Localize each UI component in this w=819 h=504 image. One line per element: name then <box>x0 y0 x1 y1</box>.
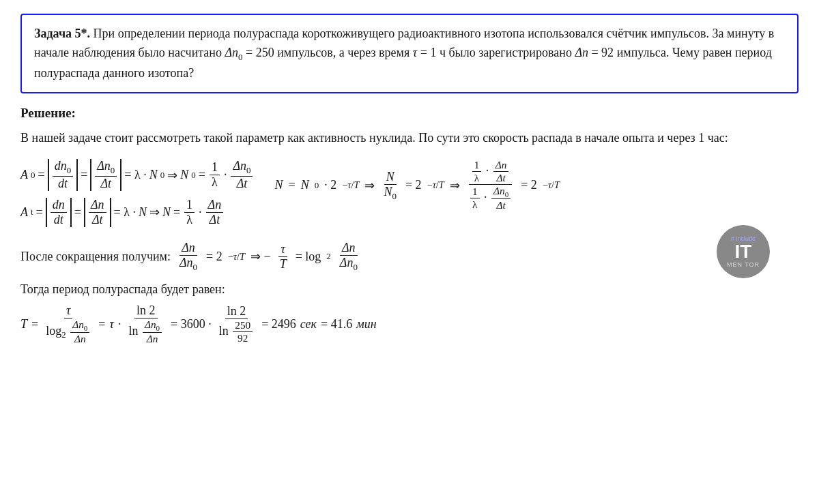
two-column-formulas: A0 = dn0 dt = Δn0 Δt = λ · N0 ⇒ <box>20 159 799 234</box>
solution-header: Решение: <box>20 106 799 121</box>
left-formulas: A0 = dn0 dt = Δn0 Δt = λ · N0 ⇒ <box>20 159 254 234</box>
A0-formula: A0 = dn0 dt = Δn0 Δt = λ · N0 ⇒ <box>20 159 254 191</box>
after-reduction: После сокращения получим: Δn Δn0 = 2−τ/T… <box>20 241 799 273</box>
problem-title: Задача 5*. <box>34 27 90 40</box>
intro-text: В нашей задаче стоит рассмотреть такой п… <box>20 129 799 148</box>
it-badge: # include IT MEN TOR <box>717 225 771 280</box>
right-formulas: N = N0 · 2−τ/T ⇒ N N0 = 2−τ/T ⇒ 1 λ <box>274 159 560 218</box>
math-section: A0 = dn0 dt = Δn0 Δt = λ · N0 ⇒ <box>20 159 799 272</box>
problem-box: Задача 5*. При определении периода полур… <box>20 14 799 93</box>
final-formula: T = τ log2 Δn0 Δn = τ · ln 2 ln Δn0 Δn =… <box>20 303 799 345</box>
N-chain: N = N0 · 2−τ/T ⇒ N N0 = 2−τ/T ⇒ 1 λ <box>274 159 560 211</box>
problem-text: Задача 5*. При определении периода полур… <box>34 25 785 83</box>
then-text: Тогда период полураспада будет равен: <box>20 282 799 297</box>
At-formula: At = dn dt = Δn Δt = λ · N ⇒ <box>20 198 254 227</box>
